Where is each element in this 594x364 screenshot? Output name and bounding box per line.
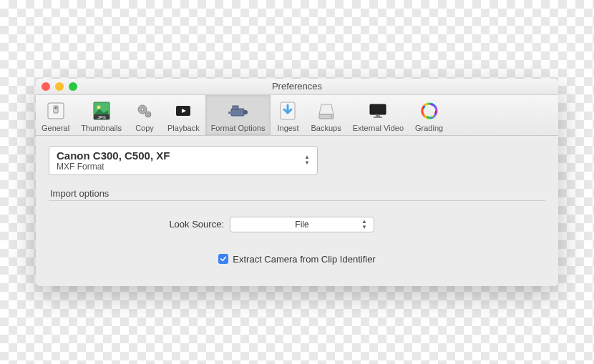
tab-external-video[interactable]: External Video bbox=[347, 95, 409, 135]
window-title: Preferences bbox=[272, 81, 322, 92]
format-title: Canon C300, C500, XF bbox=[57, 149, 300, 162]
extract-row: Extract Camera from Clip Identifier bbox=[49, 254, 545, 265]
svg-point-18 bbox=[331, 116, 332, 117]
import-options-label: Import options bbox=[49, 188, 545, 199]
tab-ingest[interactable]: Ingest bbox=[271, 95, 305, 135]
tab-label: Backups bbox=[311, 124, 341, 132]
svg-point-4 bbox=[97, 105, 100, 109]
toolbar: General JPG Thumbnails Copy Playback For… bbox=[36, 95, 558, 136]
tab-label: General bbox=[42, 124, 69, 132]
titlebar: Preferences bbox=[36, 79, 558, 95]
tab-label: Playback bbox=[167, 124, 200, 132]
look-source-row: Look Source: File ▲▼ bbox=[49, 217, 545, 232]
look-source-select[interactable]: File ▲▼ bbox=[230, 217, 374, 232]
minimize-button[interactable] bbox=[55, 82, 64, 91]
stepper-icon: ▲▼ bbox=[359, 217, 369, 232]
svg-point-8 bbox=[141, 108, 144, 111]
close-button[interactable] bbox=[42, 82, 50, 91]
content-pane: Canon C300, C500, XF MXF Format ▲▼ Impor… bbox=[36, 136, 558, 286]
download-icon bbox=[276, 99, 299, 122]
tab-label: External Video bbox=[353, 124, 404, 132]
zoom-button[interactable] bbox=[69, 82, 77, 91]
tab-copy[interactable]: Copy bbox=[127, 95, 162, 135]
tab-label: Ingest bbox=[276, 124, 299, 132]
svg-rect-19 bbox=[370, 104, 386, 114]
extract-checkbox[interactable] bbox=[218, 254, 228, 264]
format-subtitle: MXF Format bbox=[57, 162, 300, 172]
format-select[interactable]: Canon C300, C500, XF MXF Format ▲▼ bbox=[49, 146, 318, 175]
tab-format-options[interactable]: Format Options bbox=[205, 95, 271, 135]
tab-label: Copy bbox=[133, 124, 156, 132]
play-icon bbox=[172, 99, 195, 122]
color-wheel-icon bbox=[418, 99, 441, 122]
svg-rect-15 bbox=[228, 112, 232, 114]
tab-backups[interactable]: Backups bbox=[305, 95, 346, 135]
tab-label: Format Options bbox=[211, 124, 266, 132]
look-source-value: File bbox=[295, 220, 308, 230]
switch-icon bbox=[44, 99, 67, 122]
monitor-icon bbox=[366, 99, 389, 122]
svg-rect-13 bbox=[233, 106, 238, 109]
svg-text:JPG: JPG bbox=[97, 115, 106, 119]
svg-point-10 bbox=[147, 113, 150, 115]
svg-point-2 bbox=[54, 107, 57, 109]
import-options-group: Look Source: File ▲▼ Extract Camera from… bbox=[49, 200, 545, 265]
tab-label: Thumbnails bbox=[81, 124, 122, 132]
svg-rect-21 bbox=[374, 117, 382, 118]
traffic-lights bbox=[42, 82, 77, 91]
svg-rect-20 bbox=[376, 114, 380, 117]
tab-label: Grading bbox=[415, 124, 443, 132]
preferences-window: Preferences General JPG Thumbnails Copy … bbox=[36, 79, 558, 286]
jpg-icon: JPG bbox=[90, 99, 113, 122]
svg-point-14 bbox=[243, 110, 248, 114]
stepper-icon: ▲▼ bbox=[304, 152, 314, 168]
drive-icon bbox=[315, 99, 338, 122]
gears-icon bbox=[133, 99, 156, 122]
tab-general[interactable]: General bbox=[36, 95, 75, 135]
tab-thumbnails[interactable]: JPG Thumbnails bbox=[75, 95, 127, 135]
camera-icon bbox=[227, 99, 250, 122]
look-source-label: Look Source: bbox=[49, 219, 230, 230]
tab-playback[interactable]: Playback bbox=[162, 95, 205, 135]
tab-grading[interactable]: Grading bbox=[409, 95, 449, 135]
extract-label: Extract Camera from Clip Identifier bbox=[233, 254, 375, 265]
